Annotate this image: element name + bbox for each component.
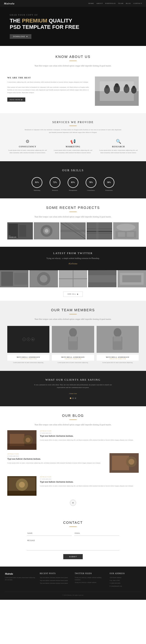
blog-post-0: ATTRACTION 27 JANUARI 2014 Typi non habe…: [7, 430, 139, 450]
team-role-0: CREATIVE DIRECTOR: [8, 358, 48, 360]
facebook-social-icon[interactable]: f: [27, 338, 30, 341]
svg-rect-36: [1, 272, 13, 286]
nav-team[interactable]: TEAM: [118, 2, 123, 4]
svg-point-8: [125, 84, 128, 88]
nav-contact[interactable]: CONTACT: [133, 2, 142, 4]
dot-2[interactable]: [72, 398, 74, 399]
blog-post-1: ATTRACTION 27 JANUARI 2014 Typi non habe…: [7, 453, 139, 473]
nav-home[interactable]: HOME: [88, 2, 94, 4]
services-grid: ⚙ CONSULTANCY Lorem ipsum dolor sit amet…: [7, 139, 139, 154]
project-thumb-2[interactable]: [34, 222, 59, 240]
about-header: KNOW ABOUT US Nam liber tempor cum solut…: [0, 46, 146, 76]
team-photo-1: [52, 326, 94, 353]
blog-img-svg-2: [7, 476, 36, 496]
about-section: KNOW ABOUT US Nam liber tempor cum solut…: [0, 46, 146, 113]
contact-row-1: [27, 531, 119, 536]
project-thumb-4[interactable]: [87, 222, 112, 240]
more-projects-grid: [0, 270, 146, 287]
twitter-title: LATEST FROM TWITTER: [7, 252, 139, 254]
team-divider: [69, 314, 77, 314]
blog-image-0: [7, 430, 36, 450]
email-input[interactable]: [74, 531, 119, 536]
read-more-button[interactable]: READ MORE ▶: [7, 98, 25, 102]
download-button[interactable]: DOWNLOAD ▼: [10, 34, 31, 39]
team-desc-1: Lorem ipsum dolor sit amet consectetuer …: [52, 362, 94, 364]
footer-list-item: City, State 12345: [110, 580, 141, 582]
twitter-link[interactable]: #GetTwitter: [69, 263, 77, 265]
blog-category-0: ATTRACTION: [40, 430, 139, 432]
team-member-1: MITCHELL ANDERSON CREATIVE DIRECTOR Lore…: [52, 326, 94, 364]
project-thumb-1[interactable]: PARKBICLIPS BRT: [7, 222, 33, 240]
more-project-4[interactable]: [88, 270, 117, 287]
blog-image-2: [7, 476, 36, 496]
team-name-box-1: MITCHELL ANDERSON CREATIVE DIRECTOR: [52, 355, 94, 360]
svg-point-4: [105, 85, 109, 88]
blog-image-1: [110, 453, 139, 473]
project-thumb-3[interactable]: [60, 222, 86, 240]
nav-logo: Mairala: [4, 2, 15, 5]
blog-post-title-1[interactable]: Typi non habent claritatem insitam.: [7, 458, 106, 460]
team-grid: t f in MITCHELL ANDERSON CREATIVE DIRECT…: [7, 326, 139, 364]
skill-circle-0: 91%: [32, 177, 42, 188]
dot-3[interactable]: [75, 398, 76, 399]
services-section: SERVICES WE PROVIDE Hendrerit in vulputa…: [0, 113, 146, 161]
skill-pct-3: 78%: [89, 181, 93, 184]
team-photo-gray-1: [52, 326, 94, 353]
nav-about[interactable]: ABOUT: [96, 2, 103, 4]
service-text-2: Lorem ipsum dolor sit amet, consectetuer…: [98, 149, 139, 154]
contact-title: CONTACT: [7, 520, 139, 524]
footer-col-1: TWITTER FEEDS Trying out velocety a simp…: [75, 572, 106, 588]
see-all-button[interactable]: SEE ALL ▶: [63, 292, 82, 297]
more-project-2[interactable]: [29, 270, 58, 287]
projects-section: SOME RECENT PROJECTS Nam liber tempor cu…: [0, 198, 146, 247]
blog-more-arrow-icon: ▼: [72, 502, 74, 504]
about-we-are-best: WE ARE THE BEST: [7, 76, 90, 79]
download-arrow-icon: ▼: [26, 36, 28, 38]
nav-portfolio[interactable]: PORTFOLIO: [105, 2, 116, 4]
svg-point-63: [129, 459, 134, 465]
team-name-2: MITCHELL ANDERSON: [98, 356, 138, 358]
more-project-5[interactable]: [118, 270, 146, 287]
skill-circle-3: 78%: [86, 177, 96, 188]
read-more-arrow-icon: ▶: [21, 99, 23, 100]
linkedin-social-icon[interactable]: in: [31, 338, 35, 341]
blog-header: OUR BLOG Nam liber tempor cum soluta nob…: [7, 414, 139, 426]
projects-divider: [69, 212, 77, 212]
message-textarea[interactable]: [27, 538, 119, 550]
blog-section: OUR BLOG Nam liber tempor cum soluta nob…: [0, 406, 146, 514]
service-text-0: Lorem ipsum dolor sit amet, consectetuer…: [7, 149, 48, 154]
footer-col-2: OUR ADDRESS 1234 Street Address City, St…: [110, 572, 141, 588]
blog-post-title-0[interactable]: Typi non habent claritatem insitam.: [40, 435, 139, 438]
about-content: WE ARE THE BEST Consectetuer adipiscing …: [0, 76, 146, 113]
footer-col-title-1: TWITTER FEEDS: [75, 572, 106, 574]
nav-links: HOME ABOUT PORTFOLIO TEAM BLOG CONTACT: [88, 2, 142, 4]
skill-label-2: Management: [68, 189, 78, 191]
skill-label-0: Marketing: [32, 189, 42, 191]
team-photo-gray-2: [97, 326, 139, 353]
service-name-1: MARKETING: [53, 146, 93, 148]
svg-rect-26: [87, 231, 112, 232]
skill-pct-2: 85%: [71, 181, 75, 184]
more-project-1[interactable]: [0, 270, 28, 287]
about-image-inner: [95, 76, 139, 106]
more-project-image-5: [118, 270, 146, 287]
submit-button[interactable]: SUBMIT: [63, 554, 83, 559]
blog-date-2: 27 JANUARI 2014: [40, 478, 139, 480]
more-project-image-1: [0, 270, 28, 287]
skill-promotions: 50% Promotions: [104, 177, 114, 191]
hero-subtitle: GRAB YOUR COPY OF: [10, 14, 136, 16]
name-input[interactable]: [27, 531, 72, 536]
project-thumb-5[interactable]: [113, 222, 139, 240]
team-name-box-0: MITCHELL ANDERSON CREATIVE DIRECTOR: [7, 355, 49, 360]
twitter-social-icon[interactable]: t: [22, 338, 26, 341]
blog-post-title-2[interactable]: Typi non habent claritatem insitam.: [40, 480, 139, 484]
more-project-3[interactable]: [59, 270, 87, 287]
dot-1[interactable]: [70, 398, 71, 399]
svg-rect-28: [87, 233, 112, 234]
about-title: KNOW ABOUT US: [10, 55, 136, 59]
team-role-1: CREATIVE DIRECTOR: [53, 358, 93, 360]
skills-section: OUR SKILLS 91% Marketing 72% Research 85…: [0, 161, 146, 198]
person-silhouette-1: [66, 327, 80, 352]
nav-blog[interactable]: BLOG: [126, 2, 131, 4]
blog-more-button[interactable]: ▼: [70, 500, 76, 506]
